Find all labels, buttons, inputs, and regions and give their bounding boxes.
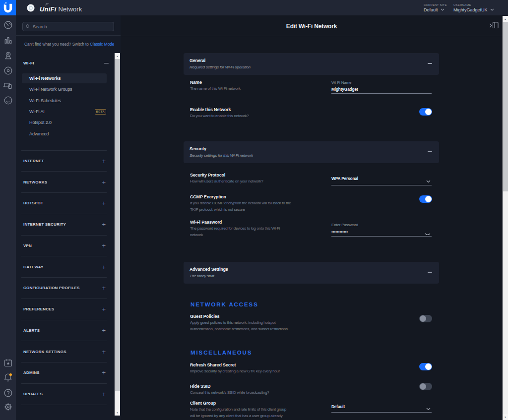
page-title: Edit Wi-Fi Network — [121, 23, 503, 30]
search-placeholder: Search — [33, 24, 47, 29]
expand-icon: + — [102, 157, 106, 165]
sidebar-item-wi-fi-ai[interactable]: Wi-Fi AIBETA — [16, 106, 121, 117]
setting-row-ccmp: CCMP Encryption If you disable CCMP encr… — [190, 194, 439, 213]
toggle-knob — [425, 196, 432, 202]
setting-row-enable-network: Enable this Network Do you want to enabl… — [190, 107, 439, 120]
sidebar-item-wi-fi-network-groups[interactable]: Wi-Fi Network Groups — [16, 84, 121, 95]
statistics-icon[interactable] — [0, 33, 16, 48]
help-icon[interactable] — [0, 385, 16, 400]
setting-row-security-protocol: Security Protocol How will users authent… — [190, 172, 439, 185]
client-group-select[interactable]: Default — [331, 400, 432, 410]
icon-rail — [0, 0, 16, 420]
card-security-header[interactable]: Security Security settings for this Wi-F… — [184, 141, 439, 163]
sidebar-section-network-settings[interactable]: NETWORK SETTINGS+ — [21, 341, 107, 362]
sidebar-section-gateway[interactable]: GATEWAY+ — [21, 256, 107, 277]
enable-network-toggle[interactable] — [419, 108, 432, 116]
settings-icon[interactable] — [0, 399, 16, 414]
wifi-password-input[interactable]: Enter Password •••••••••••• — [331, 219, 432, 235]
setting-row-refresh-secret: Refresh Shared Secret Improve security b… — [190, 362, 439, 375]
main-content: Edit Wi-Fi Network General Required sett… — [121, 16, 503, 420]
search-input[interactable]: Search — [22, 22, 114, 31]
sidebar-section-configuration-profiles[interactable]: CONFIGURATION PROFILES+ — [21, 277, 107, 299]
scroll-down-arrow[interactable]: ▼ — [115, 410, 120, 416]
scrollbar-thumb[interactable] — [115, 59, 120, 391]
group-heading-network-access: NETWORK ACCESS — [190, 301, 258, 307]
username-value: MightyGadgetUK — [453, 7, 488, 12]
toggle-knob — [425, 109, 432, 115]
collapse-icon — [104, 63, 109, 64]
show-password-icon[interactable] — [425, 229, 431, 238]
brand-unifi: UniFi — [40, 5, 57, 13]
sidebar-item-wi-fi-schedules[interactable]: Wi-Fi Schedules — [16, 95, 121, 106]
chevron-down-icon — [490, 7, 494, 12]
expand-icon: + — [102, 390, 106, 398]
input-underline — [331, 412, 432, 413]
sidebar-section-networks[interactable]: NETWORKS+ — [21, 171, 107, 192]
guest-policies-toggle[interactable] — [419, 315, 432, 322]
scroll-up-arrow[interactable]: ▲ — [503, 16, 508, 22]
wifi-name-input[interactable]: Wi-Fi Name MightyGadget — [331, 80, 432, 92]
expand-panel-icon[interactable] — [489, 22, 499, 31]
current-site-value: Default — [424, 7, 438, 12]
sidebar-section-internet[interactable]: INTERNET+ — [21, 150, 107, 172]
sidebar-section-vpn[interactable]: VPN+ — [21, 235, 107, 256]
expand-icon: + — [102, 242, 106, 249]
sidebar-section-wifi[interactable]: WI-FI — [23, 61, 109, 65]
search-icon — [26, 24, 30, 29]
toggle-knob — [420, 315, 426, 322]
expand-icon: + — [102, 221, 106, 228]
sidebar-item-advanced[interactable]: Advanced — [16, 128, 121, 139]
security-protocol-select[interactable]: WPA Personal — [331, 172, 432, 181]
chevron-down-icon — [426, 404, 431, 413]
sidebar-item-hotspot-2-0[interactable]: Hotspot 2.0 — [16, 117, 121, 128]
sidebar-item-wi-fi-networks[interactable]: Wi-Fi Networks — [16, 73, 121, 84]
refresh-secret-toggle[interactable] — [419, 363, 432, 370]
setting-row-hide-ssid: Hide SSID Conceal this network's SSID wh… — [190, 383, 439, 396]
divider — [121, 36, 503, 36]
expand-icon: + — [102, 305, 106, 313]
map-icon[interactable] — [0, 48, 16, 63]
expand-icon: + — [102, 199, 106, 207]
sidebar-section-updates[interactable]: UPDATES+ — [21, 383, 107, 405]
classic-mode-link[interactable]: Classic Mode — [90, 42, 114, 47]
card-advanced-header[interactable]: Advanced Settings The fancy stuff — [184, 262, 439, 284]
sidebar-scrollbar[interactable]: ▲ ▼ — [115, 53, 120, 416]
card-general-header[interactable]: General Required settings for Wi-Fi oper… — [184, 53, 439, 75]
classic-mode-hint: Can't find what you need? Switch to Clas… — [24, 42, 114, 47]
unifi-network-app: UniFiNetwork CURRENT SITE Default USERNA… — [0, 0, 508, 420]
group-heading-miscellaneous: MISCELLANEOUS — [190, 350, 252, 356]
sidebar-section-alerts[interactable]: ALERTS+ — [21, 320, 107, 341]
collapse-icon — [428, 63, 432, 64]
divider — [16, 35, 121, 36]
current-site-label: CURRENT SITE — [424, 3, 447, 6]
scrollbar-thumb[interactable] — [503, 22, 508, 191]
setting-row-client-group: Client Group Note that the configuration… — [190, 400, 439, 419]
toggle-knob — [420, 383, 426, 390]
expand-icon: + — [102, 179, 106, 186]
clients-icon[interactable] — [0, 78, 16, 93]
chevron-down-icon — [426, 177, 431, 185]
divider — [21, 405, 107, 405]
sidebar-section-admins[interactable]: ADMINS+ — [21, 362, 107, 383]
setting-row-guest-policies: Guest Policies Apply guest policies to t… — [190, 313, 439, 332]
insights-icon[interactable] — [0, 93, 16, 108]
sidebar-section-preferences[interactable]: PREFERENCES+ — [21, 299, 107, 320]
username-label: USERNAME — [453, 3, 471, 6]
expand-icon: + — [102, 284, 106, 292]
hide-ssid-toggle[interactable] — [419, 383, 432, 390]
sidebar-section-internet-security[interactable]: INTERNET SECURITY+ — [21, 214, 107, 235]
expand-icon: + — [102, 348, 106, 356]
scroll-up-arrow[interactable]: ▲ — [115, 53, 120, 59]
notifications-icon[interactable] — [0, 370, 16, 385]
devices-icon[interactable] — [0, 63, 16, 78]
brand-wifi-arcs — [45, 2, 50, 5]
input-underline — [331, 93, 432, 94]
scroll-down-arrow[interactable]: ▼ — [503, 414, 508, 420]
ccmp-toggle[interactable] — [419, 195, 432, 203]
main-scrollbar[interactable]: ▲ ▼ — [503, 16, 508, 420]
dashboard-icon[interactable] — [0, 17, 16, 32]
top-bar: UniFiNetwork CURRENT SITE Default USERNA… — [16, 0, 508, 15]
ubiquiti-logo[interactable] — [0, 0, 16, 15]
sidebar-section-hotspot[interactable]: HOTSPOT+ — [21, 192, 107, 214]
whats-new-icon[interactable] — [0, 355, 16, 370]
